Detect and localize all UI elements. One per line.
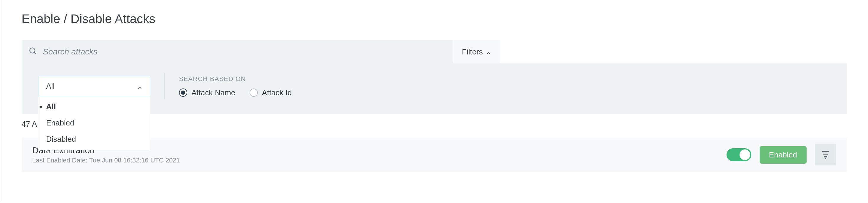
chevron-up-icon	[137, 83, 142, 89]
radio-attack-id-label: Attack Id	[262, 88, 292, 97]
radio-icon	[179, 88, 187, 97]
expand-icon	[820, 149, 831, 160]
radio-attack-id[interactable]: Attack Id	[250, 88, 292, 97]
search-based-label: SEARCH BASED ON	[179, 75, 292, 83]
bullet-icon	[39, 106, 42, 108]
status-filter-dropdown: All Enabled Disabled	[38, 96, 150, 150]
enable-toggle[interactable]	[726, 148, 751, 161]
status-option-enabled[interactable]: Enabled	[38, 115, 150, 131]
filters-toggle-button[interactable]: Filters	[453, 40, 500, 63]
svg-point-0	[30, 48, 35, 53]
status-option-all[interactable]: All	[38, 99, 150, 115]
svg-line-1	[34, 52, 36, 54]
expand-button[interactable]	[815, 144, 836, 166]
search-icon	[29, 47, 37, 57]
status-filter-select[interactable]: All	[38, 76, 150, 96]
attack-count-text: 47 A	[22, 120, 37, 129]
status-option-disabled-label: Disabled	[46, 135, 76, 144]
search-input[interactable]	[43, 47, 446, 56]
status-option-enabled-label: Enabled	[46, 118, 74, 128]
divider	[164, 73, 165, 99]
page-title: Enable / Disable Attacks	[22, 12, 847, 26]
search-row: Filters	[22, 40, 847, 63]
status-option-all-label: All	[46, 102, 56, 111]
filters-label: Filters	[462, 47, 483, 56]
radio-attack-name[interactable]: Attack Name	[179, 88, 236, 97]
attack-meta: Last Enabled Date: Tue Jun 08 16:32:16 U…	[32, 156, 180, 164]
status-filter-value: All	[46, 82, 55, 91]
chevron-up-icon	[486, 49, 491, 54]
status-button[interactable]: Enabled	[760, 146, 807, 163]
attack-controls: Enabled	[726, 144, 836, 166]
toggle-knob	[740, 149, 750, 160]
search-based-radios: Attack Name Attack Id	[179, 88, 292, 97]
status-filter-select-wrap: All All Enabled Disabled	[38, 76, 150, 96]
filters-panel: All All Enabled Disabled	[22, 63, 847, 113]
search-based-section: SEARCH BASED ON Attack Name Attack Id	[179, 75, 292, 97]
search-box	[22, 40, 453, 63]
radio-icon	[250, 88, 258, 97]
status-option-disabled[interactable]: Disabled	[38, 131, 150, 147]
radio-attack-name-label: Attack Name	[191, 88, 236, 97]
